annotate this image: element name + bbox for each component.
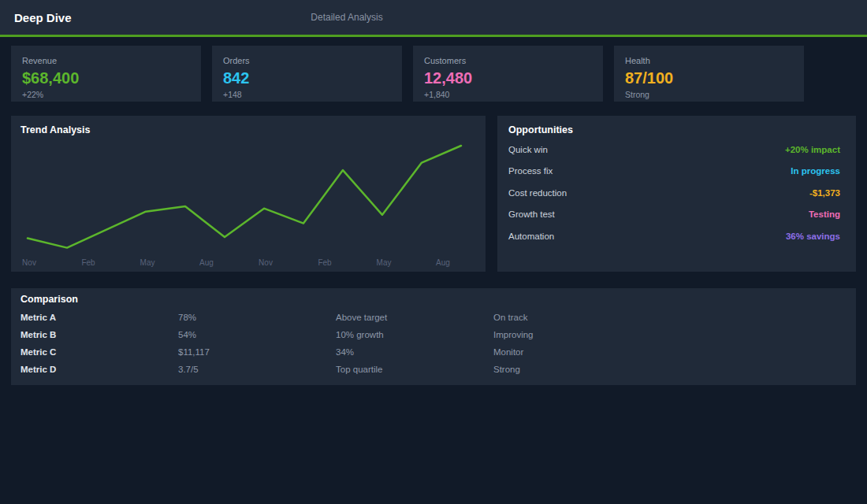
trend-line xyxy=(28,146,461,248)
metric-cell: 3.7/5 xyxy=(178,365,336,374)
card-delta: +1,840 xyxy=(424,90,592,99)
x-axis-label: Nov xyxy=(259,258,273,267)
opportunities-panel: Opportunities Quick win +20% impact Proc… xyxy=(497,116,856,272)
opportunity-value: +20% impact xyxy=(785,145,840,154)
opportunity-row: Quick win +20% impact xyxy=(508,139,840,161)
metric-cell: Monitor xyxy=(493,347,847,357)
table-row: Metric C $11,117 34% Monitor xyxy=(20,343,847,361)
table-row: Metric D 3.7/5 Top quartile Strong xyxy=(20,361,847,378)
metric-name: Metric B xyxy=(20,330,178,339)
opportunity-label: Cost reduction xyxy=(508,188,567,198)
stat-cards-row: Revenue $68,400 +22% Orders 842 +148 Cus… xyxy=(11,46,856,102)
opportunity-row: Growth test Testing xyxy=(508,204,840,226)
metric-cell: Improving xyxy=(493,330,847,339)
card-label: Orders xyxy=(223,56,391,65)
x-axis-label: Nov xyxy=(22,258,36,267)
x-axis-label: Aug xyxy=(436,258,450,267)
opportunity-value: Testing xyxy=(809,209,840,219)
table-row: Metric B 54% 10% growth Improving xyxy=(20,326,847,343)
opportunity-row: Process fix In progress xyxy=(508,161,840,183)
metric-cell: 10% growth xyxy=(336,330,493,339)
card-delta: +22% xyxy=(22,90,190,99)
stat-card-health: Health 87/100 Strong xyxy=(614,46,804,102)
opportunity-row: Automation 36% savings xyxy=(508,225,840,247)
card-label: Customers xyxy=(424,56,592,65)
metric-name: Metric C xyxy=(20,347,178,357)
card-value: $68,400 xyxy=(22,69,190,87)
x-axis-label: May xyxy=(140,258,155,267)
comparison-table: Metric A 78% Above target On track Metri… xyxy=(20,309,847,378)
table-row: Metric A 78% Above target On track xyxy=(20,309,847,326)
metric-name: Metric A xyxy=(20,313,178,322)
card-label: Revenue xyxy=(22,56,190,65)
opportunities-panel-title: Opportunities xyxy=(508,124,840,135)
opportunity-label: Automation xyxy=(508,232,554,241)
x-axis-label: Aug xyxy=(199,258,214,267)
metric-cell: Strong xyxy=(493,365,847,374)
card-value: 842 xyxy=(223,69,391,87)
app-header: Deep Dive Detailed Analysis xyxy=(0,0,867,37)
metric-cell: Above target xyxy=(336,313,493,322)
middle-row: Trend Analysis NovFebMayAugNovFebMayAug … xyxy=(11,116,856,272)
card-label: Health xyxy=(625,56,793,65)
x-axis-label: Feb xyxy=(81,258,95,267)
metric-cell: $11,117 xyxy=(178,347,336,357)
opportunity-label: Process fix xyxy=(508,166,553,176)
opportunity-value: -$1,373 xyxy=(809,188,840,198)
opportunity-label: Growth test xyxy=(508,209,555,219)
opportunity-row: Cost reduction -$1,373 xyxy=(508,182,840,204)
opportunity-value: In progress xyxy=(791,166,840,176)
metric-cell: Top quartile xyxy=(336,365,493,374)
card-value: 12,480 xyxy=(424,69,592,87)
opportunity-value: 36% savings xyxy=(786,232,840,241)
card-value: 87/100 xyxy=(625,69,793,87)
trend-panel: Trend Analysis NovFebMayAugNovFebMayAug xyxy=(11,116,486,272)
dashboard-content: Revenue $68,400 +22% Orders 842 +148 Cus… xyxy=(0,37,867,394)
page-title: Deep Dive xyxy=(14,11,72,24)
comparison-panel: Comparison Metric A 78% Above target On … xyxy=(11,288,856,385)
metric-name: Metric D xyxy=(20,365,178,374)
opportunities-list: Quick win +20% impact Process fix In pro… xyxy=(508,139,840,247)
stat-card-orders: Orders 842 +148 xyxy=(212,46,402,102)
card-delta: +148 xyxy=(223,90,391,99)
opportunity-label: Quick win xyxy=(508,145,548,154)
card-delta: Strong xyxy=(625,90,793,99)
metric-cell: On track xyxy=(493,313,847,322)
comparison-panel-title: Comparison xyxy=(20,294,847,305)
trend-line-chart: NovFebMayAugNovFebMayAug xyxy=(11,116,486,272)
metric-cell: 78% xyxy=(178,313,336,322)
stat-card-revenue: Revenue $68,400 +22% xyxy=(11,46,201,102)
stat-card-customers: Customers 12,480 +1,840 xyxy=(413,46,603,102)
x-axis-label: May xyxy=(377,258,392,267)
metric-cell: 54% xyxy=(178,330,336,339)
x-axis-label: Feb xyxy=(318,258,332,267)
header-subtitle: Detailed Analysis xyxy=(311,12,382,23)
metric-cell: 34% xyxy=(336,347,493,357)
